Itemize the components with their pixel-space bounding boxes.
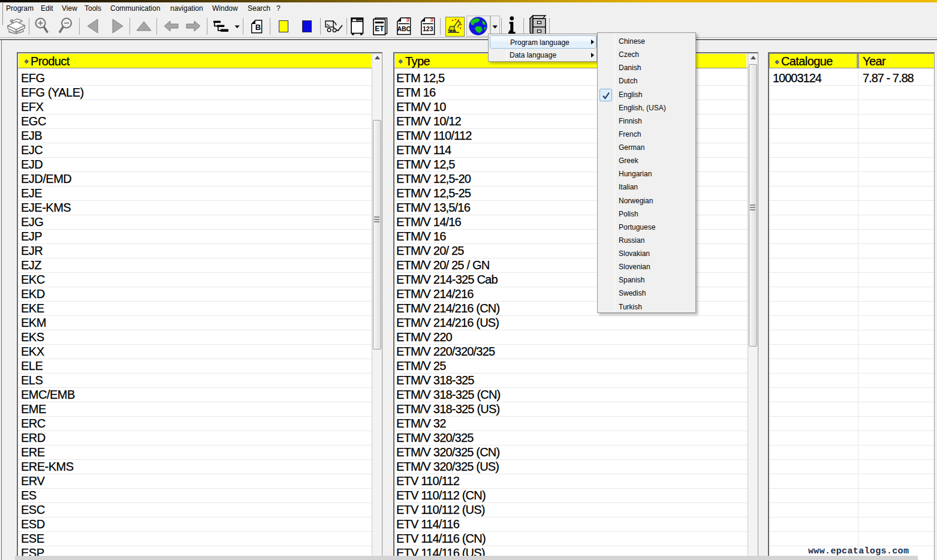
svg-text:ET: ET — [375, 25, 384, 33]
svg-text:3: 3 — [406, 17, 409, 23]
svg-text:B: B — [255, 23, 261, 32]
svg-text:3: 3 — [430, 17, 433, 23]
svg-text:ABC: ABC — [397, 25, 411, 32]
svg-text:123: 123 — [423, 25, 433, 32]
